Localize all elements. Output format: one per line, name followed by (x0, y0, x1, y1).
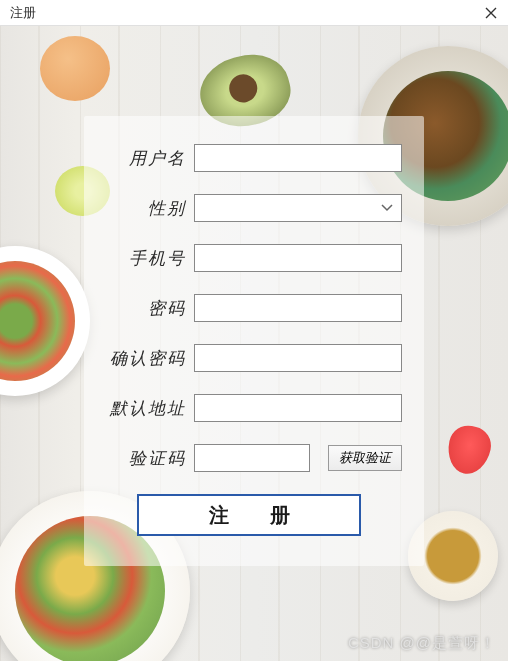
captcha-label: 验证码 (96, 447, 186, 470)
register-form: 用户名 性别 手机号 密码 确认密码 默认地址 验证码 (84, 116, 424, 566)
address-label: 默认地址 (96, 397, 186, 420)
content-area: 用户名 性别 手机号 密码 确认密码 默认地址 验证码 (0, 26, 508, 661)
row-phone: 手机号 (96, 244, 402, 272)
address-input[interactable] (194, 394, 402, 422)
get-captcha-button[interactable]: 获取验证 (328, 445, 402, 471)
gender-select[interactable] (194, 194, 402, 222)
row-gender: 性别 (96, 194, 402, 222)
close-icon[interactable] (484, 6, 498, 20)
decor-peach (40, 36, 110, 101)
row-captcha: 验证码 获取验证 (96, 444, 402, 472)
gender-label: 性别 (96, 197, 186, 220)
username-input[interactable] (194, 144, 402, 172)
phone-label: 手机号 (96, 247, 186, 270)
window-title: 注册 (10, 4, 36, 22)
watermark-text: CSDN @@是萱呀！ (348, 634, 496, 653)
username-label: 用户名 (96, 147, 186, 170)
row-submit: 注 册 (96, 494, 402, 536)
password-label: 密码 (96, 297, 186, 320)
window-titlebar: 注册 (0, 0, 508, 26)
phone-input[interactable] (194, 244, 402, 272)
row-username: 用户名 (96, 144, 402, 172)
captcha-input[interactable] (194, 444, 310, 472)
register-button[interactable]: 注 册 (137, 494, 361, 536)
confirm-password-input[interactable] (194, 344, 402, 372)
row-password: 密码 (96, 294, 402, 322)
password-input[interactable] (194, 294, 402, 322)
row-address: 默认地址 (96, 394, 402, 422)
confirm-password-label: 确认密码 (96, 347, 186, 370)
row-confirm-password: 确认密码 (96, 344, 402, 372)
